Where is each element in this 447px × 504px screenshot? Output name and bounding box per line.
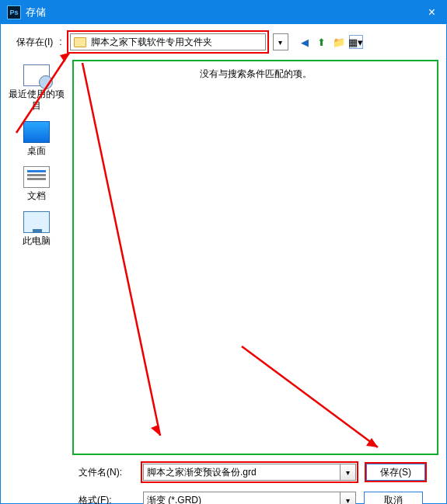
- location-dropdown-button[interactable]: ▾: [273, 33, 288, 50]
- views-icon[interactable]: ▦▾: [349, 35, 363, 49]
- filename-label: 文件名(N):: [79, 466, 133, 479]
- location-combo[interactable]: 脚本之家下载软件专用文件夹: [70, 33, 266, 50]
- pc-icon: [23, 211, 50, 233]
- sidebar-item-thispc[interactable]: 此电脑: [5, 208, 68, 250]
- format-label: 格式(F):: [79, 494, 133, 505]
- filename-dropdown-button[interactable]: ▾: [340, 464, 356, 481]
- sidebar-item-label: 桌面: [5, 145, 68, 157]
- sidebar-item-label: 文档: [5, 190, 68, 202]
- folder-icon: [74, 37, 86, 47]
- sidebar-item-documents[interactable]: 文档: [5, 163, 68, 205]
- nav-icons: ◀ ⬆ 📁 ▦▾: [298, 35, 363, 49]
- recent-icon: [23, 64, 50, 86]
- format-combo[interactable]: [143, 492, 340, 504]
- titlebar: Ps 存储 ×: [1, 1, 446, 24]
- file-list-area[interactable]: 没有与搜索条件匹配的项。: [72, 60, 438, 455]
- filename-row: 文件名(N): ▾ 保存(S): [79, 461, 438, 483]
- format-dropdown-button[interactable]: ▾: [340, 492, 356, 504]
- save-in-label: 保存在(I): [16, 36, 53, 49]
- no-results-text: 没有与搜索条件匹配的项。: [74, 61, 437, 87]
- app-icon: Ps: [7, 5, 21, 19]
- dialog-body: 最近使用的项目 桌面 文档 此电脑 没有与搜索条件匹配的项。: [1, 60, 446, 460]
- sidebar-item-desktop[interactable]: 桌面: [5, 118, 68, 160]
- back-icon[interactable]: ◀: [298, 35, 312, 49]
- desktop-icon: [23, 121, 50, 143]
- filename-highlight: ▾: [141, 461, 358, 483]
- sidebar-item-label: 最近使用的项目: [5, 89, 68, 112]
- cancel-button[interactable]: 取消: [364, 492, 423, 504]
- location-text: 脚本之家下载软件专用文件夹: [91, 36, 212, 49]
- location-highlight: 脚本之家下载软件专用文件夹: [67, 30, 269, 54]
- window-title: 存储: [26, 5, 424, 19]
- save-button[interactable]: 保存(S): [366, 464, 425, 481]
- places-bar: 最近使用的项目 桌面 文档 此电脑: [1, 60, 72, 460]
- bottom-fields: 文件名(N): ▾ 保存(S) 格式(F): ▾ 取消: [1, 460, 446, 504]
- sidebar-item-recent[interactable]: 最近使用的项目: [5, 61, 68, 115]
- sidebar-item-label: 此电脑: [5, 235, 68, 247]
- save-dialog: Ps 存储 × 保存在(I): 脚本之家下载软件专用文件夹 ▾ ◀ ⬆ 📁 ▦▾…: [0, 0, 447, 504]
- documents-icon: [23, 166, 50, 188]
- new-folder-icon[interactable]: 📁: [332, 35, 346, 49]
- filename-input[interactable]: [143, 464, 340, 481]
- location-row: 保存在(I): 脚本之家下载软件专用文件夹 ▾ ◀ ⬆ 📁 ▦▾: [1, 24, 446, 60]
- up-icon[interactable]: ⬆: [315, 35, 329, 49]
- close-icon[interactable]: ×: [424, 5, 440, 19]
- format-row: 格式(F): ▾ 取消: [79, 489, 438, 504]
